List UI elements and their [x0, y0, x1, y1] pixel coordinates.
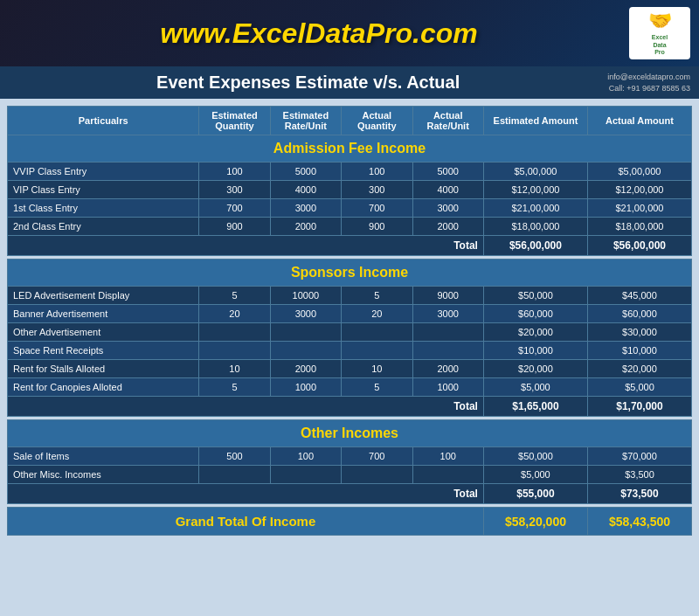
header-banner: www.ExcelDataPro.com 🤝 ExcelDataPro: [0, 0, 699, 66]
row-label: Other Advertisement: [8, 323, 199, 342]
row-label: VIP Class Entry: [8, 181, 199, 199]
contact-info: info@exceldatapro.com Call: +91 9687 858…: [607, 72, 690, 93]
row-label: Banner Advertisement: [8, 305, 199, 323]
row-label: Other Misc. Incomes: [8, 466, 199, 484]
page-title: Event Expenses Estimate v/s. Actual: [156, 73, 460, 92]
main-content: Particualrs Estimated Quantity Estimated…: [0, 99, 699, 543]
logo-icon: 🤝: [648, 10, 672, 32]
subtitle-bar: Event Expenses Estimate v/s. Actual info…: [0, 66, 699, 99]
table-header: Particualrs Estimated Quantity Estimated…: [8, 107, 692, 135]
col-act-rate: Actual Rate/Unit: [412, 107, 483, 135]
table-row: Other Advertisement $20,000 $30,000: [8, 323, 692, 342]
col-est-rate: Estimated Rate/Unit: [270, 107, 341, 135]
row-label: 1st Class Entry: [8, 199, 199, 218]
admission-total-row: Total $56,00,000 $56,00,000: [8, 236, 692, 256]
table-row: Rent for Canopies Alloted 5 1000 5 1000 …: [8, 378, 692, 397]
row-label: Rent for Canopies Alloted: [8, 378, 199, 397]
col-particulars: Particualrs: [8, 107, 199, 135]
table-row: LED Advertisement Display 5 10000 5 9000…: [8, 287, 692, 305]
table-row: VIP Class Entry 300 4000 300 4000 $12,00…: [8, 181, 692, 199]
table-row: Rent for Stalls Alloted 10 2000 10 2000 …: [8, 360, 692, 378]
table-row: Other Misc. Incomes $5,000 $3,500: [8, 466, 692, 484]
row-label: Rent for Stalls Alloted: [8, 360, 199, 378]
table-row: Sale of Items 500 100 700 100 $50,000 $7…: [8, 447, 692, 466]
row-label: VVIP Class Entry: [8, 163, 199, 181]
table-row: Banner Advertisement 20 3000 20 3000 $60…: [8, 305, 692, 323]
logo: 🤝 ExcelDataPro: [629, 7, 690, 59]
other-section-header: Other Incomes: [8, 420, 692, 447]
table-row: 2nd Class Entry 900 2000 900 2000 $18,00…: [8, 218, 692, 236]
table-row: VVIP Class Entry 100 5000 100 5000 $5,00…: [8, 163, 692, 181]
col-est-amount: Estimated Amount: [483, 107, 587, 135]
col-est-qty: Estimated Quantity: [199, 107, 270, 135]
table-row: Space Rent Receipts $10,000 $10,000: [8, 342, 692, 360]
admission-section-header: Admission Fee Income: [8, 135, 692, 163]
col-act-amount: Actual Amount: [587, 107, 691, 135]
sponsors-total-row: Total $1,65,000 $1,70,000: [8, 397, 692, 417]
logo-text: ExcelDataPro: [652, 34, 668, 56]
grand-total-row: Grand Total Of Income $58,20,000 $58,43,…: [8, 508, 692, 536]
sponsors-section-header: Sponsors Income: [8, 260, 692, 287]
other-total-row: Total $55,000 $73,500: [8, 484, 692, 504]
expenses-table: Particualrs Estimated Quantity Estimated…: [7, 106, 692, 536]
row-label: LED Advertisement Display: [8, 287, 199, 305]
col-act-qty: Actual Quantity: [342, 107, 412, 135]
site-url: www.ExcelDataPro.com: [160, 17, 477, 49]
row-label: Space Rent Receipts: [8, 342, 199, 360]
row-label: Sale of Items: [8, 447, 199, 466]
table-row: 1st Class Entry 700 3000 700 3000 $21,00…: [8, 199, 692, 218]
row-label: 2nd Class Entry: [8, 218, 199, 236]
